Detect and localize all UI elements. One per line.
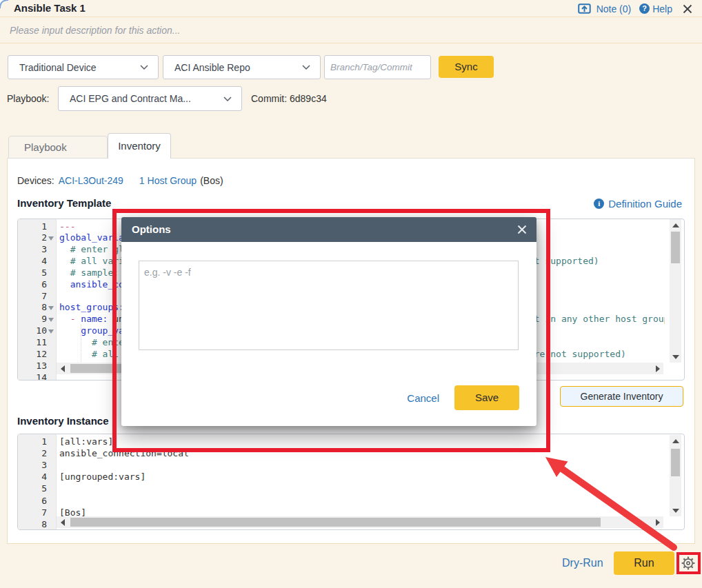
line-number: 6 bbox=[19, 279, 47, 290]
definition-guide-label: Definition Guide bbox=[608, 198, 682, 210]
line-number: 13 bbox=[19, 361, 47, 371]
fold-icon[interactable] bbox=[48, 306, 54, 310]
inventory-template-heading: Inventory Template bbox=[17, 197, 111, 209]
scrollbar-thumb[interactable] bbox=[671, 232, 680, 263]
inventory-instance-heading: Inventory Instance bbox=[17, 415, 109, 427]
host-group-link[interactable]: 1 Host Group bbox=[139, 175, 197, 186]
line-number: 1 bbox=[19, 221, 47, 232]
scrollbar-thumb[interactable] bbox=[70, 518, 601, 527]
generate-inventory-button[interactable]: Generate Inventory bbox=[560, 386, 683, 407]
horizontal-scrollbar[interactable] bbox=[57, 516, 663, 528]
line-number: 4 bbox=[19, 472, 47, 482]
devices-row: Devices: ACI-L3Out-249 1 Host Group (Bos… bbox=[17, 174, 223, 187]
scroll-down-icon[interactable] bbox=[670, 351, 681, 363]
note-link[interactable]: Note (0) bbox=[596, 3, 632, 14]
line-number: 4 bbox=[19, 256, 47, 266]
vertical-scrollbar[interactable] bbox=[670, 435, 681, 516]
scrollbar-thumb[interactable] bbox=[671, 449, 680, 476]
tab-inventory[interactable]: Inventory bbox=[108, 133, 171, 159]
fold-icon[interactable] bbox=[48, 236, 54, 241]
line-number: 2 bbox=[19, 232, 47, 243]
title-bar: Ansible Task 1 Note (0) ? Help bbox=[0, 0, 702, 17]
scroll-left-icon[interactable] bbox=[57, 363, 68, 374]
repo-value: ACI Ansible Repo bbox=[174, 62, 297, 73]
line-number: 11 bbox=[19, 337, 47, 347]
open-window-icon[interactable] bbox=[578, 3, 591, 14]
help-icon[interactable]: ? bbox=[639, 3, 650, 14]
titlebar-actions: Note (0) ? Help bbox=[578, 0, 693, 17]
commit-label: Commit: 6d89c34 bbox=[251, 87, 327, 111]
playbook-label: Playbook: bbox=[7, 87, 49, 111]
description-bar[interactable]: Please input description for this action… bbox=[0, 18, 702, 43]
scroll-right-icon[interactable] bbox=[652, 516, 663, 528]
annotation-rectangle-modal bbox=[112, 209, 550, 452]
dialog-corner-arc bbox=[0, 0, 9, 9]
line-number: 14 bbox=[19, 372, 47, 381]
scroll-down-icon[interactable] bbox=[670, 505, 681, 516]
scroll-up-icon[interactable] bbox=[670, 219, 681, 231]
scroll-up-icon[interactable] bbox=[670, 435, 681, 447]
chevron-down-icon bbox=[302, 65, 310, 70]
close-icon[interactable] bbox=[682, 3, 693, 14]
line-number: 7 bbox=[19, 507, 47, 518]
info-icon: i bbox=[594, 199, 604, 209]
fold-icon[interactable] bbox=[48, 330, 54, 334]
branch-tag-commit-input[interactable]: Branch/Tag/Commit bbox=[324, 55, 431, 79]
fold-icon[interactable] bbox=[48, 318, 54, 322]
branch-placeholder: Branch/Tag/Commit bbox=[330, 62, 412, 72]
tab-playbook[interactable]: Playbook bbox=[8, 136, 108, 159]
line-number: 5 bbox=[19, 483, 47, 494]
line-number: 12 bbox=[19, 349, 47, 359]
line-number: 5 bbox=[19, 267, 47, 278]
line-number: 1 bbox=[19, 436, 47, 447]
code-line: [all:vars] bbox=[59, 436, 113, 447]
device-link[interactable]: ACI-L3Out-249 bbox=[59, 175, 123, 186]
line-number: 8 bbox=[19, 302, 47, 312]
scroll-left-icon[interactable] bbox=[57, 516, 68, 528]
definition-guide-link[interactable]: i Definition Guide bbox=[594, 198, 682, 210]
devices-label: Devices: bbox=[17, 175, 54, 186]
code-line: --- bbox=[59, 221, 75, 232]
line-number: 7 bbox=[19, 291, 47, 301]
page-title: Ansible Task 1 bbox=[14, 0, 86, 17]
line-number: 3 bbox=[19, 460, 47, 470]
repo-select[interactable]: ACI Ansible Repo bbox=[163, 55, 321, 79]
description-placeholder: Please input description for this action… bbox=[10, 18, 180, 43]
line-number: 2 bbox=[19, 448, 47, 458]
scroll-right-icon[interactable] bbox=[652, 363, 663, 374]
line-number: 8 bbox=[19, 519, 47, 529]
vertical-scrollbar[interactable] bbox=[670, 219, 681, 363]
editor-gutter: 1234567891011121314 bbox=[18, 219, 57, 380]
annotation-rectangle-gear bbox=[676, 552, 701, 574]
line-number: 10 bbox=[19, 325, 47, 336]
help-link[interactable]: Help bbox=[652, 3, 672, 14]
run-button[interactable]: Run bbox=[614, 551, 674, 575]
playbook-value: ACI EPG and Contract Ma... bbox=[70, 93, 218, 104]
playbook-select[interactable]: ACI EPG and Contract Ma... bbox=[58, 86, 242, 111]
dry-run-link[interactable]: Dry-Run bbox=[562, 557, 603, 569]
device-type-value: Traditional Device bbox=[19, 62, 134, 73]
sync-button[interactable]: Sync bbox=[439, 56, 494, 78]
chevron-down-icon bbox=[223, 97, 232, 101]
code-line: [ungrouped:vars] bbox=[59, 472, 146, 482]
host-group-suffix: (Bos) bbox=[200, 175, 223, 186]
device-type-select[interactable]: Traditional Device bbox=[8, 55, 159, 79]
editor-gutter: 12345678 bbox=[18, 434, 57, 529]
line-number: 6 bbox=[19, 496, 47, 506]
line-number: 9 bbox=[19, 314, 47, 324]
line-number: 3 bbox=[19, 244, 47, 254]
chevron-down-icon bbox=[140, 65, 148, 70]
